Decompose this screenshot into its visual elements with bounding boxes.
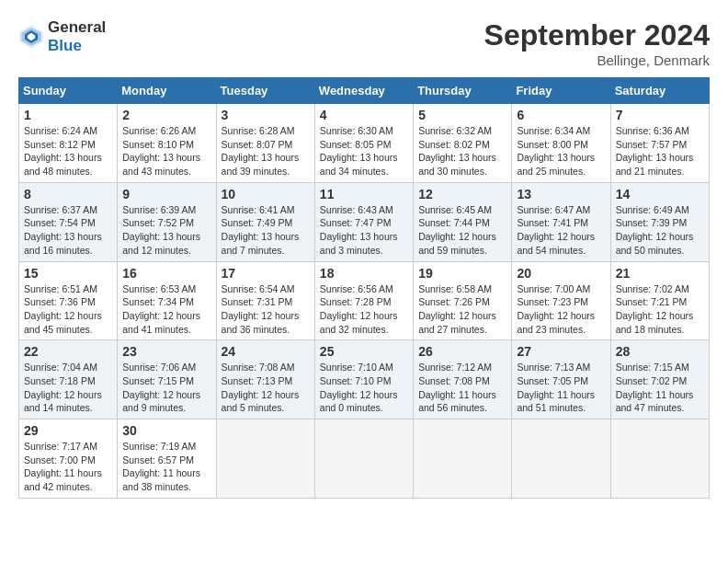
col-thursday: Thursday: [414, 78, 512, 104]
day-number: 4: [320, 108, 408, 122]
day-info: Sunrise: 6:54 AM Sunset: 7:31 PM Dayligh…: [222, 282, 310, 337]
day-number: 9: [122, 187, 210, 201]
day-number: 23: [122, 344, 210, 359]
day-number: 1: [24, 108, 112, 122]
day-info: Sunrise: 6:56 AM Sunset: 7:28 PM Dayligh…: [320, 282, 408, 337]
calendar-cell: 11Sunrise: 6:43 AM Sunset: 7:47 PM Dayli…: [314, 182, 413, 261]
calendar-cell: 27Sunrise: 7:13 AM Sunset: 7:05 PM Dayli…: [512, 340, 610, 419]
day-number: 28: [616, 344, 704, 359]
day-number: 16: [122, 266, 210, 281]
day-info: Sunrise: 6:26 AM Sunset: 8:10 PM Dayligh…: [122, 124, 210, 178]
day-info: Sunrise: 6:43 AM Sunset: 7:47 PM Dayligh…: [320, 203, 408, 258]
day-info: Sunrise: 6:53 AM Sunset: 7:34 PM Dayligh…: [122, 282, 210, 337]
calendar-cell: 24Sunrise: 7:08 AM Sunset: 7:13 PM Dayli…: [216, 340, 314, 419]
logo-blue-text: Blue: [48, 37, 82, 54]
day-info: Sunrise: 7:13 AM Sunset: 7:05 PM Dayligh…: [517, 361, 605, 415]
day-number: 7: [616, 108, 704, 122]
calendar-cell: 19Sunrise: 6:58 AM Sunset: 7:26 PM Dayli…: [414, 261, 512, 340]
day-number: 17: [222, 266, 310, 281]
calendar-cell: [314, 419, 413, 499]
day-number: 2: [122, 108, 210, 122]
day-info: Sunrise: 6:34 AM Sunset: 8:00 PM Dayligh…: [517, 124, 605, 178]
calendar-cell: 2Sunrise: 6:26 AM Sunset: 8:10 PM Daylig…: [118, 104, 216, 183]
day-info: Sunrise: 6:39 AM Sunset: 7:52 PM Dayligh…: [122, 203, 210, 258]
calendar-cell: 4Sunrise: 6:30 AM Sunset: 8:05 PM Daylig…: [314, 104, 413, 183]
calendar-cell: 15Sunrise: 6:51 AM Sunset: 7:36 PM Dayli…: [19, 261, 118, 340]
day-info: Sunrise: 7:15 AM Sunset: 7:02 PM Dayligh…: [616, 361, 704, 415]
calendar-cell: [216, 419, 314, 499]
day-number: 20: [517, 266, 605, 281]
calendar-cell: 22Sunrise: 7:04 AM Sunset: 7:18 PM Dayli…: [19, 340, 118, 419]
calendar-cell: 3Sunrise: 6:28 AM Sunset: 8:07 PM Daylig…: [216, 104, 314, 183]
logo-wordmark: General Blue: [48, 18, 106, 55]
col-monday: Monday: [118, 78, 216, 104]
calendar-cell: 13Sunrise: 6:47 AM Sunset: 7:41 PM Dayli…: [512, 182, 610, 261]
page-header: General Blue September 2024 Bellinge, De…: [18, 18, 710, 68]
calendar-cell: 14Sunrise: 6:49 AM Sunset: 7:39 PM Dayli…: [610, 182, 709, 261]
col-sunday: Sunday: [19, 78, 118, 104]
day-info: Sunrise: 6:36 AM Sunset: 7:57 PM Dayligh…: [616, 124, 704, 178]
day-number: 5: [418, 108, 506, 122]
calendar-cell: 9Sunrise: 6:39 AM Sunset: 7:52 PM Daylig…: [118, 182, 216, 261]
day-info: Sunrise: 6:45 AM Sunset: 7:44 PM Dayligh…: [418, 203, 506, 258]
day-info: Sunrise: 6:37 AM Sunset: 7:54 PM Dayligh…: [24, 203, 112, 258]
day-info: Sunrise: 6:49 AM Sunset: 7:39 PM Dayligh…: [616, 203, 704, 258]
day-number: 21: [616, 266, 704, 281]
week-row-1: 1Sunrise: 6:24 AM Sunset: 8:12 PM Daylig…: [19, 104, 710, 183]
week-row-2: 8Sunrise: 6:37 AM Sunset: 7:54 PM Daylig…: [19, 182, 710, 261]
calendar-cell: 20Sunrise: 7:00 AM Sunset: 7:23 PM Dayli…: [512, 261, 610, 340]
week-row-3: 15Sunrise: 6:51 AM Sunset: 7:36 PM Dayli…: [19, 261, 710, 340]
calendar-cell: 12Sunrise: 6:45 AM Sunset: 7:44 PM Dayli…: [414, 182, 512, 261]
day-number: 15: [24, 266, 112, 281]
calendar-table: Sunday Monday Tuesday Wednesday Thursday…: [18, 77, 710, 499]
day-info: Sunrise: 7:04 AM Sunset: 7:18 PM Dayligh…: [24, 361, 112, 415]
title-area: September 2024 Bellinge, Denmark: [484, 18, 710, 68]
calendar-cell: 5Sunrise: 6:32 AM Sunset: 8:02 PM Daylig…: [414, 104, 512, 183]
day-info: Sunrise: 7:02 AM Sunset: 7:21 PM Dayligh…: [616, 282, 704, 337]
calendar-cell: [512, 419, 610, 499]
location-title: Bellinge, Denmark: [484, 52, 710, 68]
calendar-cell: [414, 419, 512, 499]
day-info: Sunrise: 7:00 AM Sunset: 7:23 PM Dayligh…: [517, 282, 605, 337]
calendar-cell: 18Sunrise: 6:56 AM Sunset: 7:28 PM Dayli…: [314, 261, 413, 340]
col-friday: Friday: [512, 78, 610, 104]
day-info: Sunrise: 7:10 AM Sunset: 7:10 PM Dayligh…: [320, 361, 408, 415]
day-info: Sunrise: 6:47 AM Sunset: 7:41 PM Dayligh…: [517, 203, 605, 258]
day-number: 22: [24, 344, 112, 359]
day-number: 13: [517, 187, 605, 201]
calendar-cell: 30Sunrise: 7:19 AM Sunset: 6:57 PM Dayli…: [118, 419, 216, 499]
day-info: Sunrise: 7:19 AM Sunset: 6:57 PM Dayligh…: [122, 440, 210, 494]
day-number: 12: [418, 187, 506, 201]
calendar-cell: 16Sunrise: 6:53 AM Sunset: 7:34 PM Dayli…: [118, 261, 216, 340]
day-info: Sunrise: 7:06 AM Sunset: 7:15 PM Dayligh…: [122, 361, 210, 415]
calendar-cell: 10Sunrise: 6:41 AM Sunset: 7:49 PM Dayli…: [216, 182, 314, 261]
header-row: Sunday Monday Tuesday Wednesday Thursday…: [19, 78, 710, 104]
day-info: Sunrise: 6:30 AM Sunset: 8:05 PM Dayligh…: [320, 124, 408, 178]
day-number: 27: [517, 344, 605, 359]
calendar-cell: 26Sunrise: 7:12 AM Sunset: 7:08 PM Dayli…: [414, 340, 512, 419]
calendar-cell: 6Sunrise: 6:34 AM Sunset: 8:00 PM Daylig…: [512, 104, 610, 183]
week-row-4: 22Sunrise: 7:04 AM Sunset: 7:18 PM Dayli…: [19, 340, 710, 419]
calendar-cell: 1Sunrise: 6:24 AM Sunset: 8:12 PM Daylig…: [19, 104, 118, 183]
day-number: 26: [418, 344, 506, 359]
day-number: 10: [222, 187, 310, 201]
calendar-cell: 21Sunrise: 7:02 AM Sunset: 7:21 PM Dayli…: [610, 261, 709, 340]
calendar-cell: 25Sunrise: 7:10 AM Sunset: 7:10 PM Dayli…: [314, 340, 413, 419]
logo: General Blue: [18, 18, 106, 55]
calendar-cell: 23Sunrise: 7:06 AM Sunset: 7:15 PM Dayli…: [118, 340, 216, 419]
day-info: Sunrise: 6:58 AM Sunset: 7:26 PM Dayligh…: [418, 282, 506, 337]
day-info: Sunrise: 7:17 AM Sunset: 7:00 PM Dayligh…: [24, 440, 112, 494]
day-info: Sunrise: 6:28 AM Sunset: 8:07 PM Dayligh…: [222, 124, 310, 178]
col-wednesday: Wednesday: [314, 78, 413, 104]
col-saturday: Saturday: [610, 78, 709, 104]
calendar-cell: 28Sunrise: 7:15 AM Sunset: 7:02 PM Dayli…: [610, 340, 709, 419]
day-number: 18: [320, 266, 408, 281]
week-row-5: 29Sunrise: 7:17 AM Sunset: 7:00 PM Dayli…: [19, 419, 710, 499]
calendar-cell: 17Sunrise: 6:54 AM Sunset: 7:31 PM Dayli…: [216, 261, 314, 340]
day-number: 14: [616, 187, 704, 201]
day-info: Sunrise: 6:32 AM Sunset: 8:02 PM Dayligh…: [418, 124, 506, 178]
calendar-cell: [610, 419, 709, 499]
day-number: 29: [24, 423, 112, 438]
day-number: 6: [517, 108, 605, 122]
day-number: 24: [222, 344, 310, 359]
